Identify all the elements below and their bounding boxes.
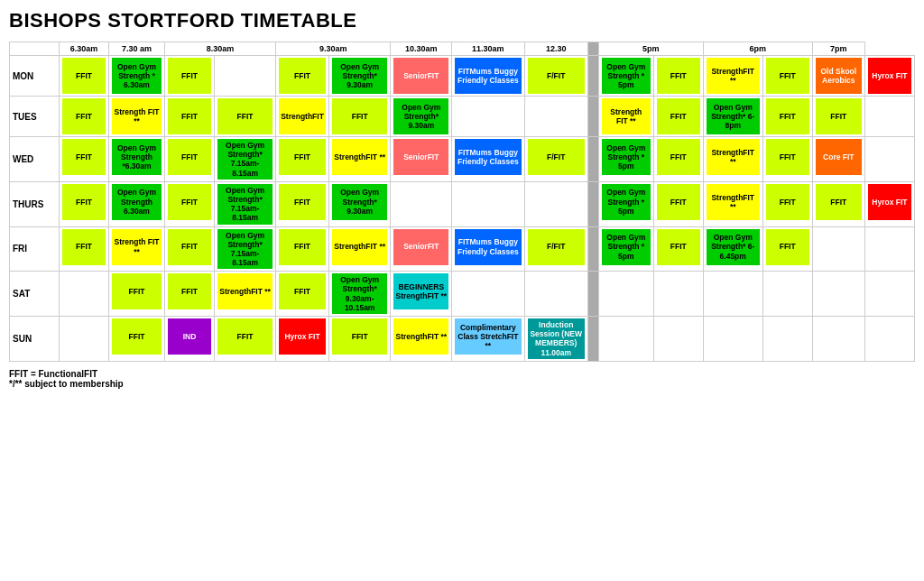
- class-cell: Hyrox FIT: [279, 318, 326, 355]
- class-cell: SeniorFIT: [393, 229, 448, 265]
- spacer-col: [587, 97, 598, 137]
- class-cell: StrengthFIT: [279, 98, 326, 134]
- class-cell: Open Gym Strength* 6-6.45pm: [707, 229, 760, 265]
- day-label: SUN: [10, 317, 60, 362]
- table-row: WEDFFITOpen Gym Strength *6.30amFFITOpen…: [10, 137, 915, 182]
- class-cell: Open Gym Strength * 6.30am: [112, 58, 162, 94]
- day-label: FRI: [10, 226, 60, 272]
- class-cell: Open Gym Strength 6.30am: [112, 184, 162, 220]
- spacer-col: [587, 137, 598, 182]
- class-cell: FFIT: [217, 318, 273, 355]
- table-row: TUESFFITStrength FIT **FFITFFITStrengthF…: [10, 97, 915, 137]
- class-cell: Core FIT: [816, 139, 862, 175]
- footer-line2: */** subject to membership: [9, 379, 915, 389]
- col-930: 9.30am: [276, 42, 391, 56]
- class-cell: FFIT: [816, 98, 862, 134]
- class-cell: Open Gym Strength* 9.30am: [332, 184, 388, 220]
- footer: FFIT = FunctionalFIT */** subject to mem…: [9, 369, 915, 389]
- class-cell: BEGINNERS StrengthFIT **: [393, 273, 448, 309]
- table-row: FRIFFITStrength FIT **FFITOpen Gym Stren…: [10, 226, 915, 272]
- class-cell: Open Gym Strength * 5pm: [602, 229, 651, 265]
- class-cell: F/FIT: [528, 229, 585, 265]
- class-cell: FFIT: [217, 98, 273, 134]
- class-cell: StrengthFIT **: [332, 229, 388, 265]
- class-cell: Open Gym Strength* 9.30am: [332, 58, 388, 94]
- class-cell: FFIT: [112, 273, 162, 309]
- class-cell: FFIT: [766, 229, 809, 265]
- class-cell: StrengthFIT **: [707, 139, 760, 175]
- class-cell: FITMums Buggy Friendly Classes: [455, 58, 521, 94]
- timetable: 6.30am 7.30 am 8.30am 9.30am 10.30am 11.…: [9, 42, 915, 362]
- col-day: [10, 42, 60, 56]
- class-cell: FFIT: [168, 139, 211, 175]
- spacer-col: [587, 56, 598, 97]
- day-label: THURS: [10, 181, 60, 226]
- class-cell: Strength FIT **: [112, 229, 162, 265]
- spacer-col: [587, 317, 598, 362]
- class-cell: FFIT: [62, 184, 106, 220]
- class-cell: FFIT: [168, 58, 211, 94]
- class-cell: FFIT: [332, 98, 388, 134]
- timetable-wrapper: 6.30am 7.30 am 8.30am 9.30am 10.30am 11.…: [9, 42, 915, 362]
- class-cell: FFIT: [657, 184, 700, 220]
- day-label: MON: [10, 56, 60, 97]
- class-cell: Open Gym Strength* 7.15am-8.15am: [217, 229, 273, 270]
- class-cell: Open Gym Strength * 5pm: [602, 184, 651, 220]
- class-cell: FITMums Buggy Friendly Classes: [455, 229, 521, 265]
- table-row: THURSFFITOpen Gym Strength 6.30amFFITOpe…: [10, 181, 915, 226]
- class-cell: Open Gym Strength* 7.15am-8.15am: [217, 139, 273, 180]
- day-label: WED: [10, 137, 60, 182]
- class-cell: Strength FIT **: [112, 98, 162, 134]
- class-cell: StrengthFIT **: [707, 184, 760, 220]
- class-cell: Induction Session (NEW MEMBERS) 11.00am: [528, 318, 585, 359]
- class-cell: StrengthFIT **: [393, 318, 448, 355]
- spacer-col: [587, 181, 598, 226]
- class-cell: FFIT: [657, 98, 700, 134]
- class-cell: StrengthFIT **: [332, 139, 388, 175]
- class-cell: FFIT: [332, 318, 388, 355]
- class-cell: FFIT: [62, 139, 106, 175]
- class-cell: Open Gym Strength* 6-8pm: [707, 98, 760, 134]
- col-1230: 12.30: [524, 42, 587, 56]
- class-cell: FFIT: [168, 229, 211, 265]
- class-cell: FFIT: [657, 139, 700, 175]
- class-cell: Hyrox FIT: [868, 184, 911, 220]
- class-cell: Open Gym Strength* 7.15am-8.15am: [217, 184, 273, 225]
- col-6pm: 6pm: [703, 42, 812, 56]
- class-cell: FFIT: [168, 273, 211, 309]
- class-cell: FFIT: [62, 98, 106, 134]
- table-row: MONFFITOpen Gym Strength * 6.30amFFIT FF…: [10, 56, 915, 97]
- class-cell: FFIT: [168, 184, 211, 220]
- spacer-col: [587, 226, 598, 272]
- col-5pm: 5pm: [598, 42, 703, 56]
- class-cell: FFIT: [766, 98, 809, 134]
- col-1130: 11.30am: [452, 42, 524, 56]
- class-cell: Strength FIT **: [602, 98, 651, 134]
- col-spacer: [587, 42, 598, 56]
- class-cell: SeniorFIT: [393, 139, 448, 175]
- class-cell: Hyrox FIT: [868, 58, 911, 94]
- spacer-col: [587, 272, 598, 317]
- class-cell: FFIT: [168, 98, 211, 134]
- class-cell: F/FIT: [528, 58, 585, 94]
- day-label: TUES: [10, 97, 60, 137]
- class-cell: FFIT: [112, 318, 162, 355]
- class-cell: FFIT: [766, 58, 809, 94]
- class-cell: Open Gym Strength *6.30am: [112, 139, 162, 175]
- class-cell: F/FIT: [528, 139, 585, 175]
- class-cell: StrengthFIT **: [217, 273, 273, 309]
- class-cell: FFIT: [62, 58, 106, 94]
- class-cell: FFIT: [279, 58, 326, 94]
- class-cell: FFIT: [279, 184, 326, 220]
- col-630: 6.30am: [60, 42, 109, 56]
- class-cell: FFIT: [657, 229, 700, 265]
- class-cell: FFIT: [657, 58, 700, 94]
- class-cell: FFIT: [816, 184, 862, 220]
- page-title: BISHOPS STORTFORD TIMETABLE: [9, 9, 915, 32]
- class-cell: Open Gym Strength* 9.30am: [393, 98, 448, 134]
- class-cell: FFIT: [766, 184, 809, 220]
- class-cell: Open Gym Strength * 5pm: [602, 139, 651, 175]
- col-830: 8.30am: [165, 42, 276, 56]
- col-1030: 10.30am: [391, 42, 452, 56]
- class-cell: IND: [168, 318, 211, 355]
